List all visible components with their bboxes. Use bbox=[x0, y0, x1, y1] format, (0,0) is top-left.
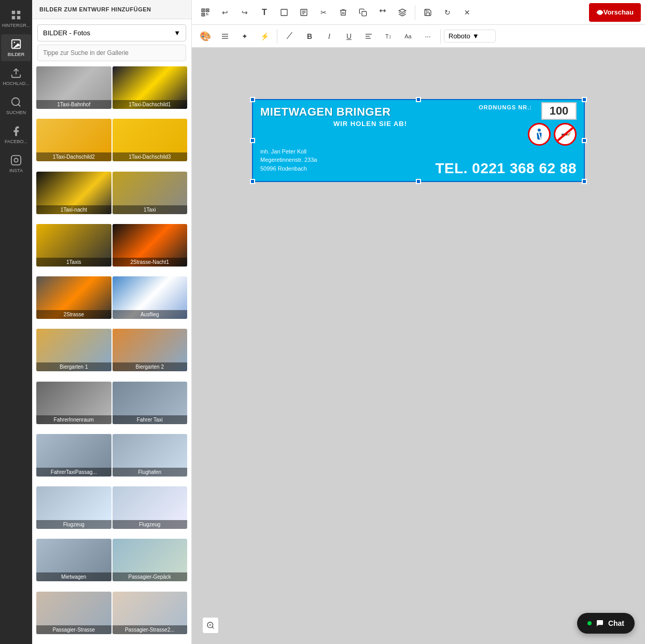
refresh-button[interactable]: ↻ bbox=[438, 3, 457, 22]
delete-button[interactable] bbox=[334, 3, 353, 22]
search-input[interactable] bbox=[43, 49, 180, 57]
chat-label: Chat bbox=[608, 619, 624, 627]
separator3 bbox=[440, 29, 441, 44]
image-cell-passagier-gep[interactable]: Passagier-Gepäck bbox=[113, 539, 188, 581]
image-label: Flugzeug bbox=[113, 520, 188, 529]
banner-ordnung-label: ORDNUNGS NR.: bbox=[479, 104, 532, 110]
italic-button[interactable]: I bbox=[320, 27, 339, 46]
resize-handle-tc[interactable] bbox=[416, 97, 421, 102]
preview-button[interactable]: Vorschau bbox=[589, 3, 641, 22]
svg-rect-2 bbox=[12, 16, 15, 19]
image-cell-flugzeug1[interactable]: Flugzeug bbox=[36, 486, 111, 529]
flash-button[interactable]: ⚡ bbox=[255, 27, 274, 46]
sidebar-item-facebook[interactable]: FACEBO... bbox=[1, 121, 31, 148]
image-cell-1taxi[interactable]: 1Taxi bbox=[113, 172, 188, 214]
image-cell-taxi-nacht[interactable]: 1Taxi-nacht bbox=[36, 172, 111, 214]
cut-button[interactable]: ✂ bbox=[314, 3, 333, 22]
copy-button[interactable] bbox=[354, 3, 372, 22]
svg-line-41 bbox=[212, 627, 214, 628]
sidebar-item-label: INSTA bbox=[9, 168, 23, 173]
note-button[interactable] bbox=[295, 3, 313, 22]
image-label: 1Taxis bbox=[36, 258, 111, 267]
close-button[interactable]: ✕ bbox=[458, 3, 476, 22]
redo-button[interactable]: ↪ bbox=[235, 3, 254, 22]
font-chevron-icon: ▼ bbox=[472, 32, 479, 40]
category-dropdown[interactable]: BILDER - Fotos ▼ bbox=[37, 24, 186, 41]
search-box[interactable] bbox=[37, 45, 186, 61]
image-cell-2strasse[interactable]: 2Strasse bbox=[36, 276, 111, 319]
sidebar-item-suchen[interactable]: SUCHEN bbox=[1, 92, 31, 119]
flip-button[interactable] bbox=[373, 3, 392, 22]
svg-point-29 bbox=[599, 11, 601, 13]
color-picker-button[interactable]: 🎨 bbox=[196, 27, 215, 46]
zoom-icon bbox=[206, 621, 215, 629]
image-cell-taxi-dach1[interactable]: 1Taxi-Dachschild1 bbox=[113, 66, 188, 109]
svg-rect-14 bbox=[203, 9, 204, 10]
resize-handle-bl[interactable] bbox=[250, 179, 255, 184]
image-cell-2strasse-nacht[interactable]: 2Strasse-Nacht1 bbox=[113, 224, 188, 267]
image-label: 1Taxi-Dachschild1 bbox=[113, 100, 188, 109]
image-cell-taxi-dach2[interactable]: 1Taxi-Dachschild2 bbox=[36, 119, 111, 161]
left-sidebar: HINTERGR... BILDER HOCHLAD... SUCHEN FAC… bbox=[0, 0, 32, 644]
svg-rect-27 bbox=[362, 11, 367, 16]
resize-handle-tl[interactable] bbox=[250, 97, 255, 102]
image-cell-flughafen[interactable]: Flughafen bbox=[113, 434, 188, 477]
facebook-icon bbox=[10, 125, 22, 137]
svg-rect-19 bbox=[206, 14, 207, 15]
sidebar-item-hintergrund[interactable]: HINTERGR... bbox=[1, 5, 31, 32]
font-selector[interactable]: Roboto ▼ bbox=[444, 30, 496, 43]
image-cell-1taxis[interactable]: 1Taxis bbox=[36, 224, 111, 267]
image-cell-mietwagen[interactable]: Mietwagen bbox=[36, 539, 111, 581]
bold-button[interactable]: B bbox=[300, 27, 319, 46]
upload-icon bbox=[10, 67, 22, 79]
image-label: FahrerInnenraum bbox=[36, 415, 111, 424]
image-cell-passagier-str[interactable]: Passagier-Strasse bbox=[36, 592, 111, 634]
resize-handle-br[interactable] bbox=[582, 179, 587, 184]
save-button[interactable] bbox=[418, 3, 437, 22]
resize-handle-mr[interactable] bbox=[582, 138, 587, 143]
image-cell-fahrer-pass[interactable]: FahrerTaxiPassag... bbox=[36, 434, 111, 477]
image-cell-biergarten2[interactable]: Biergarten 2 bbox=[113, 329, 188, 371]
svg-point-7 bbox=[12, 98, 20, 106]
resize-handle-bc[interactable] bbox=[416, 179, 421, 184]
text-button[interactable]: T bbox=[255, 3, 274, 22]
zoom-out-button[interactable] bbox=[202, 617, 219, 634]
shape-button[interactable] bbox=[275, 3, 293, 22]
image-cell-biergarten1[interactable]: Biergarten 1 bbox=[36, 329, 111, 371]
icon-seatbelt bbox=[528, 123, 551, 146]
sidebar-item-insta[interactable]: INSTA bbox=[1, 150, 31, 177]
image-cell-taxi-dach3[interactable]: 1Taxi-Dachschild3 bbox=[113, 119, 188, 161]
text-align-button[interactable] bbox=[359, 27, 378, 46]
resize-handle-ml[interactable] bbox=[250, 138, 255, 143]
banner-address-line1: inh. Jan Peter Koll bbox=[260, 147, 317, 156]
image-cell-flugzeug2[interactable]: Flugzeug bbox=[113, 486, 188, 529]
image-cell-taxi-bahnhof[interactable]: 1Taxi-Bahnhof bbox=[36, 66, 111, 109]
position-button[interactable]: ✦ bbox=[235, 27, 254, 46]
align-button[interactable] bbox=[216, 27, 234, 46]
font-name: Roboto bbox=[448, 32, 470, 40]
image-label: 1Taxi-nacht bbox=[36, 205, 111, 214]
image-cell-passagier-str2[interactable]: Passagier-Strasse2... bbox=[113, 592, 188, 634]
layers-button[interactable] bbox=[393, 3, 412, 22]
banner-container[interactable]: MIETWAGEN BRINGER WIR HOLEN SIE AB! ORDN… bbox=[253, 100, 584, 181]
sidebar-item-hochlad[interactable]: HOCHLAD... bbox=[1, 63, 31, 90]
chat-button[interactable]: Chat bbox=[577, 613, 635, 634]
image-cell-fahrer-taxi[interactable]: Fahrer Taxi bbox=[113, 382, 188, 424]
image-cell-ausflieg[interactable]: Ausflieg bbox=[113, 276, 188, 319]
sidebar-item-bilder[interactable]: BILDER bbox=[1, 34, 31, 61]
image-label: Biergarten 2 bbox=[113, 362, 188, 371]
stroke-button[interactable]: ∕ bbox=[281, 27, 299, 46]
copy-icon bbox=[359, 8, 367, 17]
undo-button[interactable]: ↩ bbox=[216, 3, 234, 22]
instagram-icon bbox=[10, 155, 22, 166]
banner-address-line2: Megeretinnenstr. 233a bbox=[260, 156, 317, 164]
image-cell-fahrerinnenraum[interactable]: FahrerInnenraum bbox=[36, 382, 111, 424]
underline-button[interactable]: U bbox=[340, 27, 358, 46]
more-options-button[interactable]: ··· bbox=[418, 27, 437, 46]
image-label: FahrerTaxiPassag... bbox=[36, 468, 111, 477]
qr-button[interactable] bbox=[196, 3, 215, 22]
resize-handle-tr[interactable] bbox=[582, 97, 587, 102]
svg-rect-18 bbox=[207, 13, 208, 14]
font-case-button[interactable]: Aa bbox=[399, 27, 417, 46]
font-size-button[interactable]: T↕ bbox=[379, 27, 398, 46]
